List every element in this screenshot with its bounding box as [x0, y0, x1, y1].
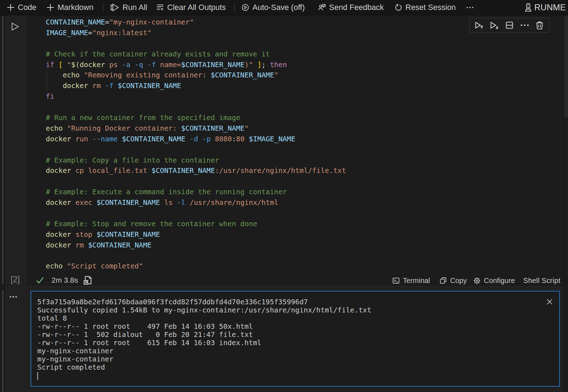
run-all-icon [110, 3, 119, 12]
toolbar-button-auto-save[interactable]: Auto-Save (off) [241, 0, 305, 15]
code-line: docker exec $CONTAINER_NAME ls -l /usr/s… [46, 197, 346, 208]
cell-toolbar-execute-below[interactable] [490, 20, 499, 30]
gear-icon [473, 277, 481, 284]
status-action-label: Copy [450, 277, 467, 285]
ellipsis-icon [466, 4, 474, 11]
status-action-label: Configure [484, 277, 515, 285]
code-line [46, 251, 346, 261]
code-line [46, 208, 346, 219]
code-line: docker cp local_file.txt $CONTAINER_NAME… [46, 165, 346, 176]
plus-icon [47, 4, 54, 11]
toolbar-label: Code [18, 3, 37, 12]
cell-toolbar-execute-above[interactable] [474, 20, 484, 30]
code-line: docker rm -f $CONTAINER_NAME [46, 81, 346, 91]
refresh-icon [394, 4, 402, 11]
code-line: CONTAINER_NAME="my-nginx-container" [46, 17, 346, 28]
code-line: IMAGE_NAME="nginx:latest" [46, 28, 346, 38]
toolbar-label: Reset Session [405, 3, 456, 12]
code-line: # Example: Stop and remove the container… [46, 219, 346, 229]
plus-icon [7, 4, 15, 11]
cell-toolbar-split-cell[interactable] [504, 20, 514, 30]
output-focus-bar [2, 290, 4, 392]
output-line: my-nginx-container [37, 355, 371, 363]
cell-status-left: 2m 3.8s [36, 274, 93, 286]
output-line: 5f3a715a9a8be2efd6176bdaa096f3fcdd82f57d… [37, 298, 371, 306]
cell-toolbar-delete-cell[interactable] [535, 20, 545, 30]
clear-all-icon [156, 4, 164, 11]
trash-icon [535, 21, 544, 30]
code-line [46, 102, 346, 113]
toolbar-label: Run All [122, 3, 147, 12]
code-line [46, 145, 346, 155]
output-line: total 8 [37, 314, 371, 322]
toolbar-label: Clear All Outputs [167, 3, 226, 12]
toolbar-button-clear-outputs[interactable]: Clear All Outputs [156, 0, 226, 15]
toolbar-button-more[interactable] [466, 0, 474, 15]
output-line: Script completed [37, 363, 371, 371]
circled-play-icon [241, 4, 249, 11]
cell-output[interactable]: 5f3a715a9a8be2efd6176bdaa096f3fcdd82f57d… [31, 291, 560, 387]
toolbar-label: Send Feedback [329, 3, 384, 12]
code-line: # Check if the container already exists … [46, 49, 346, 60]
code-line: echo "Script completed" [46, 261, 346, 272]
toolbar-label: Markdown [58, 3, 93, 12]
runme-brand[interactable]: RUNME [524, 0, 566, 15]
open-output-external-icon[interactable] [83, 276, 93, 285]
execution-order-label: [2] [11, 275, 20, 284]
play-up-icon [475, 21, 484, 30]
code-line: docker run --name $CONTAINER_NAME -d -p … [46, 134, 346, 145]
status-action-label: Terminal [403, 277, 430, 285]
cell-toolbar-more-actions[interactable] [520, 20, 530, 30]
code-line: echo "Removing existing container: $CONT… [46, 70, 346, 81]
cell-focus-bar [2, 16, 4, 284]
code-line [46, 38, 346, 49]
code-lines[interactable]: CONTAINER_NAME="my-nginx-container"IMAGE… [46, 17, 346, 272]
code-line [46, 176, 346, 187]
notebook-toolbar: CodeMarkdownRun AllClear All OutputsAuto… [0, 0, 568, 15]
cell-toolbar [469, 18, 550, 33]
success-check-icon [36, 276, 44, 284]
close-output-icon[interactable] [546, 299, 553, 305]
toolbar-button-reset-session[interactable]: Reset Session [394, 0, 456, 15]
code-line: fi [46, 91, 346, 102]
code-line: # Example: Copy a file into the containe… [46, 155, 346, 166]
code-line: if [ "$(docker ps -a -q -f name=$CONTAIN… [46, 60, 346, 70]
output-line: Successfully copied 1.54kB to my-nginx-c… [37, 306, 371, 314]
terminal-icon [392, 277, 400, 284]
output-line: -rw-r--r-- 1 root root 615 Feb 14 16:03 … [37, 339, 371, 347]
terminal-cursor [37, 372, 38, 380]
play-down-icon [490, 21, 499, 30]
toolbar-button-run-all[interactable]: Run All [110, 0, 147, 15]
code-line: docker rm $CONTAINER_NAME [46, 240, 346, 251]
toolbar-label: Auto-Save (off) [252, 3, 305, 12]
status-action-terminal[interactable]: Terminal [392, 275, 430, 286]
status-action-copy[interactable]: Copy [439, 275, 467, 286]
code-line: echo "Running Docker container: $CONTAIN… [46, 123, 346, 134]
indent-guide [47, 70, 47, 92]
code-line: docker stop $CONTAINER_NAME [46, 229, 346, 240]
ellipsis-icon [520, 21, 529, 30]
toolbar-button-add-markdown[interactable]: Markdown [47, 0, 93, 15]
code-line: # Example: Execute a command inside the … [46, 187, 346, 197]
execution-duration: 2m 3.8s [51, 276, 78, 284]
output-line: -rw-r--r-- 1 root root 497 Feb 14 16:03 … [37, 322, 371, 331]
cell-language-label[interactable]: Shell Script [523, 275, 561, 286]
output-line: -rw-r--r-- 1 502 dialout 0 Feb 20 21:47 … [37, 331, 371, 339]
code-line: # Run a new container from the specified… [46, 113, 346, 123]
run-cell-button[interactable] [11, 22, 19, 31]
toolbar-separator [103, 4, 103, 12]
brand-label: RUNME [534, 2, 566, 12]
runme-logo [524, 2, 532, 12]
output-lines: 5f3a715a9a8be2efd6176bdaa096f3fcdd82f57d… [37, 298, 371, 380]
status-action-configure[interactable]: Configure [473, 275, 515, 286]
copy-icon [439, 277, 447, 284]
output-line: my-nginx-container [37, 347, 371, 355]
scrollbar-thumb[interactable] [564, 16, 568, 117]
toolbar-button-add-code[interactable]: Code [7, 0, 37, 15]
toolbar-button-send-feedback[interactable]: Send Feedback [318, 0, 384, 15]
output-menu-icon[interactable] [9, 295, 18, 299]
notebook-app: CONTAINER_NAME="my-nginx-container"IMAGE… [0, 0, 568, 392]
toolbar-separator [234, 4, 235, 12]
feedback-person-icon [318, 4, 326, 11]
split-cell-icon [505, 21, 514, 30]
